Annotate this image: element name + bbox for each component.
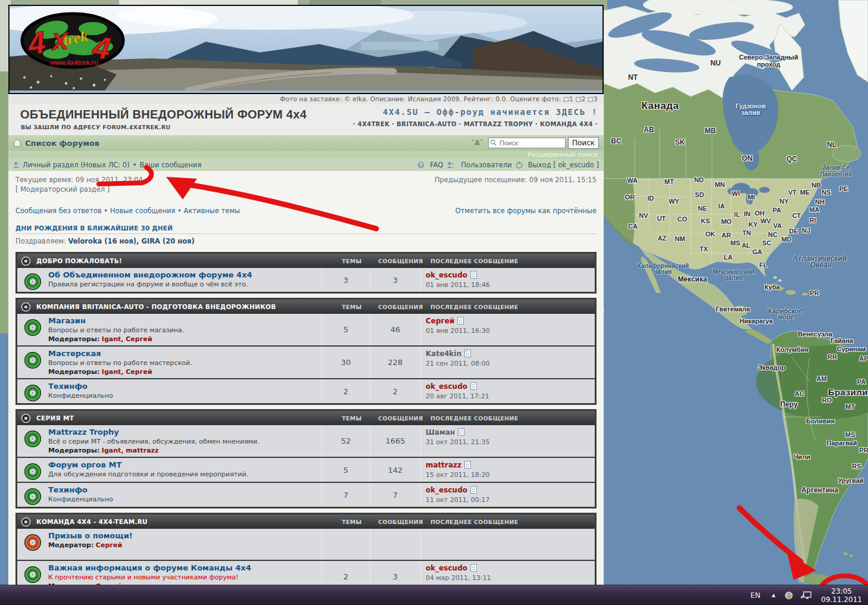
column-posts: СООБЩЕНИЯ <box>376 304 426 310</box>
last-post-user[interactable]: ok_escudo <box>426 486 467 494</box>
wheel-icon <box>23 429 42 448</box>
last-post-page-icon[interactable] <box>457 317 464 325</box>
category-title[interactable]: КОМАНДА 4X4 - 4X4-TEAM.RU <box>36 518 328 525</box>
touch-input-tray-icon[interactable] <box>780 591 797 600</box>
4x4trek-logo[interactable]: 4 X trek 4 www.4x4trek.ru <box>19 11 126 70</box>
topics-count: 52 <box>321 425 370 457</box>
moderator-links[interactable]: Igant, Сергей <box>102 335 152 343</box>
moderator-links[interactable]: Igant, mattrazz <box>102 447 159 454</box>
forum-main-cell: Мастерская Вопросы и ответы по работе ма… <box>48 347 321 378</box>
posts-count: 46 <box>370 314 420 345</box>
svg-text:www.4x4trek.ru: www.4x4trek.ru <box>49 59 98 66</box>
forum-row: Важная информация о форуме Команды 4x4 К… <box>17 560 595 585</box>
last-post-user[interactable]: ok_escudo <box>426 271 467 279</box>
moderator-section-link[interactable]: [ Модераторский раздел ] <box>15 185 110 194</box>
column-topics: ТЕМЫ <box>328 519 376 525</box>
last-post-user[interactable]: ok_escudo <box>426 564 467 572</box>
category-title[interactable]: СЕРИЯ МТ <box>36 414 328 422</box>
topics-count: 3 <box>321 268 370 292</box>
forum-link[interactable]: Техинфо <box>48 382 88 391</box>
language-indicator[interactable]: EN <box>745 591 767 600</box>
wheel-icon <box>23 318 42 337</box>
last-post-page-icon[interactable] <box>470 564 477 572</box>
network-tray-icon[interactable] <box>797 591 815 600</box>
last-post-date: 15 окт 2011, 18:20 <box>426 471 590 479</box>
last-post-cell: Kate4kin 21 сен 2011, 08:00 <box>420 347 595 378</box>
active-topics-link[interactable]: Активные темы <box>184 207 241 215</box>
birthdays-people[interactable]: Veloroka (16 ноя), GIRA (20 ноя) <box>68 237 194 245</box>
forum-icon-cell <box>17 458 48 482</box>
mark-read-link[interactable]: Отметить все форумы как прочтённые <box>455 207 597 215</box>
last-post-user[interactable]: Шаман <box>426 428 455 436</box>
search-button[interactable]: Поиск <box>568 137 599 149</box>
last-post-page-icon[interactable] <box>470 271 477 279</box>
forum-icon-cell <box>17 529 48 560</box>
last-post-date: 04 мар 2011, 13:11 <box>426 574 590 582</box>
faq-link[interactable]: FAQ <box>430 161 443 169</box>
font-size-widget[interactable]: ˅A˄ <box>471 139 483 147</box>
forum-category: КОМПАНИЯ BRITANICA-AUTO - ПОДГОТОВКА ВНЕ… <box>15 298 597 405</box>
logout-link[interactable]: Выход [ ok_escudo ] <box>528 161 599 169</box>
forum-link[interactable]: Mattrazz Trophy <box>48 428 119 436</box>
last-post-cell: mattrazz 15 окт 2011, 18:20 <box>420 458 595 482</box>
forum-link[interactable]: Техинфо <box>48 485 88 494</box>
board-index-link[interactable]: Список форумов <box>25 139 99 148</box>
search-input[interactable] <box>488 138 566 148</box>
your-posts-link[interactable]: Ваши сообщения <box>130 161 202 169</box>
unanswered-link[interactable]: Сообщения без ответов <box>15 207 102 215</box>
new-posts-link[interactable]: Новые сообщения <box>110 207 176 215</box>
advanced-search-link[interactable]: Расширенный поиск <box>527 151 598 158</box>
last-post-page-icon[interactable] <box>470 382 477 390</box>
forum-description: Конфиденциально <box>48 495 318 503</box>
forum-description: Вопросы и ответы по работе мастерской. <box>48 359 318 367</box>
last-post-user[interactable]: mattrazz <box>426 461 461 469</box>
category-header: СЕРИЯ МТ ТЕМЫ СООБЩЕНИЯ ПОСЛЕДНЕЕ СООБЩЕ… <box>17 411 595 425</box>
forum-link[interactable]: Важная информация о форуме Команды 4x4 <box>48 563 251 572</box>
wheel-icon <box>23 351 42 370</box>
forum-description: Вопросы и ответы по работе магазина. <box>48 326 318 334</box>
category-rows: Mattrazz Trophy Всё о серии МТ - объявле… <box>17 425 595 507</box>
partner-links[interactable]: · 4X4TREK · BRITANICA-AUTO · MATTRAZZ TR… <box>353 121 598 127</box>
last-post-date: 01 янв 2011, 16:30 <box>426 327 590 335</box>
forum-link[interactable]: Мастерская <box>48 349 101 358</box>
forum-moderators: Модератор: Сергей <box>48 541 318 549</box>
private-messages-icon <box>13 161 21 169</box>
moderator-links[interactable]: Igant, Сергей <box>102 368 152 376</box>
moderator-links[interactable]: Сергей <box>96 541 122 549</box>
members-link[interactable]: Пользователи <box>461 161 511 169</box>
taskbar[interactable]: EN ▲ 23:05 09.11.2011 <box>0 585 868 605</box>
last-post-page-icon[interactable] <box>464 461 471 469</box>
forum-main-cell: Призыв о помощи! Модератор: Сергей <box>48 529 321 560</box>
last-post-page-icon[interactable] <box>464 350 471 357</box>
category-title[interactable]: КОМПАНИЯ BRITANICA-AUTO - ПОДГОТОВКА ВНЕ… <box>36 303 328 310</box>
posts-count <box>370 529 420 560</box>
forum-link[interactable]: Об Объединенном внедорожном форуме 4x4 <box>48 270 252 279</box>
forum-row: Призыв о помощи! Модератор: Сергей <box>17 529 595 560</box>
category-title[interactable]: ДОБРО ПОЖАЛОВАТЬ! <box>36 257 328 264</box>
last-post-page-icon[interactable] <box>470 486 477 494</box>
moderators-label: Модератор: <box>48 541 93 549</box>
last-post-date: 20 авг 2011, 17:21 <box>426 392 590 400</box>
wheel-icon <box>23 565 42 584</box>
forum-link[interactable]: Призыв о помощи! <box>48 531 133 540</box>
forum-link[interactable]: Форум оргов МТ <box>48 460 121 469</box>
category-header: КОМПАНИЯ BRITANICA-AUTO - ПОДГОТОВКА ВНЕ… <box>17 300 595 314</box>
show-hidden-icons-button[interactable]: ▲ <box>766 592 780 598</box>
last-post-page-icon[interactable] <box>458 428 464 436</box>
category-header: КОМАНДА 4X4 - 4X4-TEAM.RU ТЕМЫ СООБЩЕНИЯ… <box>17 514 595 529</box>
wheel-icon <box>23 462 42 481</box>
last-post-user[interactable]: ok_escudo <box>426 382 467 391</box>
forum-link[interactable]: Магазин <box>48 316 86 325</box>
last-post-user[interactable]: Сергей <box>426 317 454 325</box>
forum-row: Об Объединенном внедорожном форуме 4x4 П… <box>17 268 595 292</box>
private-section-link[interactable]: Личный раздел (Новых ЛС: 0) <box>23 161 130 169</box>
last-post-date: 21 сен 2011, 08:00 <box>426 360 590 367</box>
last-post-cell: Шаман 31 окт 2011, 21:35 <box>420 425 595 457</box>
moderators-label: Модераторы: <box>48 368 99 376</box>
svg-text:?: ? <box>420 162 423 168</box>
wheel-icon <box>23 487 42 506</box>
column-last-post: ПОСЛЕДНЕЕ СООБЩЕНИЕ <box>426 519 595 525</box>
category-wheel-icon <box>21 413 31 423</box>
taskbar-clock[interactable]: 23:05 09.11.2011 <box>821 587 862 604</box>
last-post-user[interactable]: Kate4kin <box>426 350 461 358</box>
